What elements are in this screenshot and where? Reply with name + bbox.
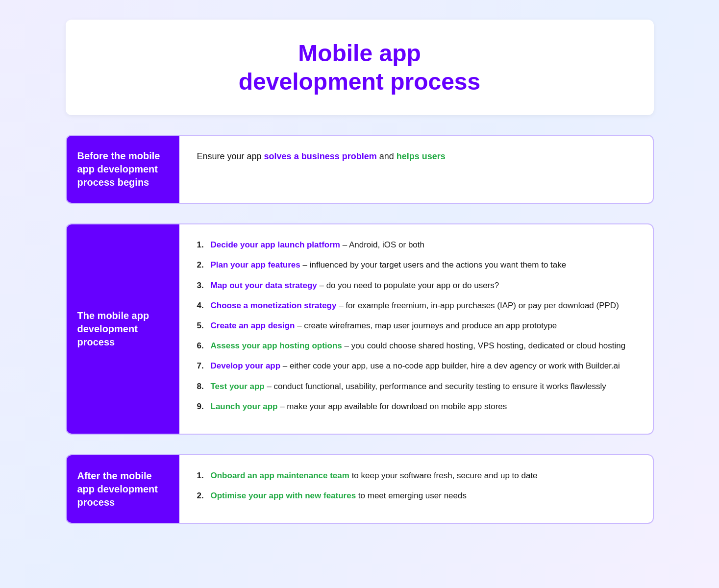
- item-bold: Test your app: [211, 382, 265, 391]
- list-item: 3. Map out your data strategy – do you n…: [197, 279, 635, 292]
- during-section: The mobile app development process 1. De…: [66, 223, 654, 435]
- before-section: Before the mobile app development proces…: [66, 135, 654, 204]
- list-item: 9. Launch your app – make your app avail…: [197, 400, 635, 413]
- list-item: 5. Create an app design – create wirefra…: [197, 319, 635, 332]
- list-item: 4. Choose a monetization strategy – for …: [197, 299, 635, 312]
- during-section-label: The mobile app development process: [67, 224, 179, 434]
- item-num: 4.: [197, 299, 208, 312]
- item-bold: Assess your app hosting options: [211, 341, 342, 350]
- item-num: 1.: [197, 238, 208, 251]
- item-bold: Develop your app: [211, 361, 281, 370]
- before-section-label: Before the mobile app development proces…: [67, 136, 179, 203]
- item-num: 8.: [197, 380, 208, 393]
- list-item: 8. Test your app – conduct functional, u…: [197, 380, 635, 393]
- page-container: Mobile app development process Before th…: [66, 20, 654, 524]
- item-bold: Optimise your app with new features: [211, 491, 356, 500]
- item-num: 2.: [197, 489, 208, 502]
- item-bold: Choose a monetization strategy: [211, 301, 337, 310]
- item-num: 1.: [197, 469, 208, 482]
- item-bold: Create an app design: [211, 321, 295, 330]
- list-item: 7. Develop your app – either code your a…: [197, 359, 635, 372]
- during-section-content: 1. Decide your app launch platform – And…: [179, 224, 653, 434]
- highlight-helps: helps users: [397, 151, 446, 161]
- during-list: 1. Decide your app launch platform – And…: [197, 238, 635, 413]
- after-section-label: After the mobile app development process: [67, 455, 179, 523]
- list-item: 1. Decide your app launch platform – And…: [197, 238, 635, 251]
- after-section-content: 1. Onboard an app maintenance team to ke…: [179, 455, 653, 523]
- item-bold: Decide your app launch platform: [211, 240, 341, 249]
- item-num: 9.: [197, 400, 208, 413]
- before-paragraph: Ensure your app solves a business proble…: [197, 149, 635, 164]
- item-bold: Map out your data strategy: [211, 281, 317, 290]
- list-item: 6. Assess your app hosting options – you…: [197, 339, 635, 352]
- item-bold: Launch your app: [211, 402, 278, 411]
- item-num: 3.: [197, 279, 208, 292]
- item-bold: Onboard an app maintenance team: [211, 471, 349, 480]
- item-num: 6.: [197, 339, 208, 352]
- item-num: 7.: [197, 359, 208, 372]
- item-num: 2.: [197, 258, 208, 271]
- list-item: 1. Onboard an app maintenance team to ke…: [197, 469, 635, 482]
- item-bold: Plan your app features: [211, 260, 300, 270]
- highlight-solves: solves a business problem: [264, 151, 377, 161]
- before-section-content: Ensure your app solves a business proble…: [179, 136, 653, 203]
- list-item: 2. Optimise your app with new features t…: [197, 489, 635, 502]
- list-item: 2. Plan your app features – influenced b…: [197, 258, 635, 271]
- item-num: 5.: [197, 319, 208, 332]
- after-section: After the mobile app development process…: [66, 454, 654, 524]
- page-title: Mobile app development process: [75, 39, 644, 96]
- title-card: Mobile app development process: [66, 20, 654, 115]
- after-list: 1. Onboard an app maintenance team to ke…: [197, 469, 635, 502]
